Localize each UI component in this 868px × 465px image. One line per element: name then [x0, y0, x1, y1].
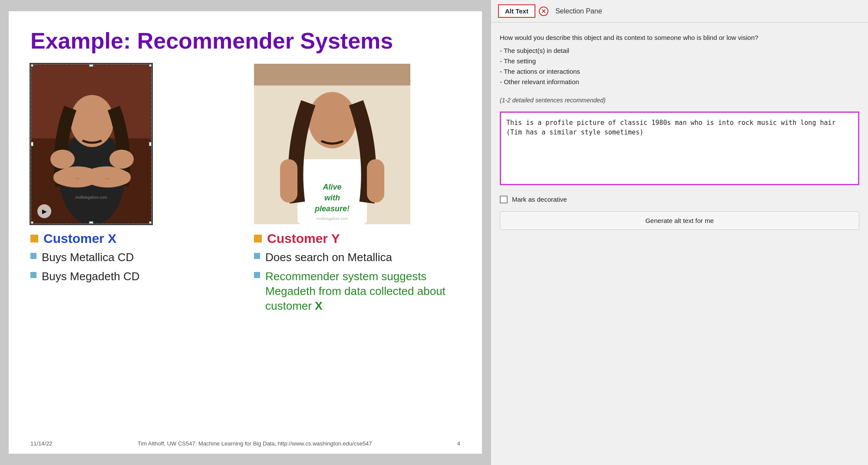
panel-body: How would you describe this object and i… [491, 23, 868, 465]
svg-rect-9 [297, 159, 367, 224]
play-icon: ▶ [42, 208, 47, 215]
slide-footer: 11/14/22 Tim Althoff, UW CS547: Machine … [30, 440, 460, 447]
sq-bullet-x2 [30, 272, 36, 278]
orange-bullet-y [254, 235, 262, 242]
handle-br[interactable] [149, 221, 152, 224]
handle-bm[interactable] [89, 221, 93, 224]
photo-right: Alive with pleasure! [254, 64, 410, 224]
watermark-left: mulletsgalore.com [75, 195, 107, 200]
play-button[interactable]: ▶ [37, 204, 51, 218]
svg-point-4 [50, 150, 75, 169]
bullet-x-2-text: Buys Megadeth CD [42, 269, 139, 284]
bullet-y-1: Does search on Metallica [254, 250, 460, 265]
customer-y-name: Customer Y [267, 231, 340, 246]
slide-title: Example: Recommender Systems [30, 29, 460, 53]
customer-y-bullets: Does search on Metallica Recommender sys… [254, 250, 460, 318]
bullet-y-1-text: Does search on Metallica [265, 250, 392, 265]
tab-selection-pane[interactable]: Selection Pane [555, 7, 602, 15]
slide-area: Example: Recommender Systems [0, 0, 491, 465]
bullet-y-2-text: Recommender system suggests Megadeth fro… [265, 269, 460, 313]
sq-bullet-y2 [254, 272, 260, 278]
bullet-y-2: Recommender system suggests Megadeth fro… [254, 269, 460, 313]
description-bullets: - The subject(s) in detail - The setting… [500, 46, 859, 87]
customer-x-bullets: Buys Metallica CD Buys Megadeth CD [30, 250, 237, 288]
svg-point-5 [109, 150, 134, 169]
photo-left: mulletsgalore.com [31, 65, 151, 223]
svg-point-13 [308, 92, 356, 148]
bullet-x-2: Buys Megadeth CD [30, 269, 237, 284]
alt-text-textarea[interactable] [500, 111, 859, 185]
footer-page: 4 [457, 440, 460, 447]
handle-tm[interactable] [89, 64, 93, 67]
watermark-right: mulletsgalore.com [316, 216, 348, 221]
description-block: How would you describe this object and i… [500, 33, 859, 87]
handle-ml[interactable] [30, 142, 33, 146]
footer-date: 11/14/22 [30, 440, 53, 447]
mark-decorative-checkbox[interactable] [500, 196, 508, 203]
right-panel: Alt Text ✕ Selection Pane How would you … [491, 0, 868, 465]
svg-text:with: with [324, 193, 340, 202]
footer-credit: Tim Althoff, UW CS547: Machine Learning … [138, 440, 372, 447]
desc-bullet-4: - Other relevant information [500, 77, 859, 87]
desc-bullet-2: - The setting [500, 56, 859, 66]
slide: Example: Recommender Systems [9, 11, 482, 454]
handle-tr[interactable] [149, 64, 152, 67]
sq-bullet-x1 [30, 253, 36, 259]
sq-bullet-y1 [254, 253, 260, 259]
orange-bullet-x [30, 235, 38, 242]
customer-x-image[interactable]: mulletsgalore.com ▶ [30, 64, 152, 224]
customer-x-column: mulletsgalore.com ▶ Customer X [30, 64, 237, 428]
customer-x-name: Customer X [43, 231, 116, 246]
svg-text:pleasure!: pleasure! [314, 204, 350, 213]
handle-tl[interactable] [30, 64, 33, 67]
description-question: How would you describe this object and i… [500, 33, 859, 43]
desc-bullet-3: - The actions or interactions [500, 66, 859, 77]
slide-content: mulletsgalore.com ▶ Customer X [30, 64, 460, 428]
customer-y-column: Alive with pleasure! [254, 64, 460, 428]
recommendation-hint: (1-2 detailed sentences recommended) [500, 97, 859, 104]
handle-mr[interactable] [149, 142, 152, 146]
close-button[interactable]: ✕ [539, 7, 548, 16]
handle-bl[interactable] [30, 221, 33, 224]
customer-y-image[interactable]: Alive with pleasure! [254, 64, 410, 224]
customer-x-ref: X [315, 299, 322, 312]
customer-x-label: Customer X [30, 231, 237, 246]
svg-text:Alive: Alive [322, 183, 341, 191]
bullet-x-1: Buys Metallica CD [30, 250, 237, 265]
tab-alt-text[interactable]: Alt Text [498, 4, 535, 18]
close-icon: ✕ [541, 8, 546, 15]
svg-point-3 [70, 95, 114, 147]
customer-y-label: Customer Y [254, 231, 460, 246]
tab-bar: Alt Text ✕ Selection Pane [491, 0, 868, 23]
decorative-row: Mark as decorative [500, 196, 859, 203]
bullet-x-1-text: Buys Metallica CD [42, 250, 134, 265]
svg-rect-14 [280, 159, 297, 203]
desc-bullet-1: - The subject(s) in detail [500, 46, 859, 56]
svg-rect-15 [367, 159, 384, 203]
mark-decorative-label: Mark as decorative [512, 196, 567, 203]
svg-rect-7 [254, 64, 410, 85]
generate-alt-text-button[interactable]: Generate alt text for me [500, 211, 859, 230]
